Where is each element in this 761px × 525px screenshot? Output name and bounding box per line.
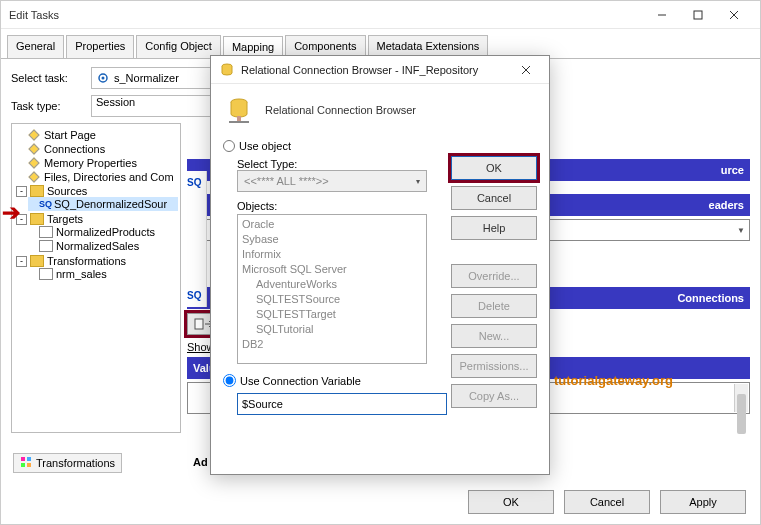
- dialog-close-button[interactable]: [511, 56, 541, 84]
- tree-item-label: Files, Directories and Com: [44, 171, 174, 183]
- tree-item-label: SQ_DenormalizedSour: [54, 198, 167, 210]
- tree-item[interactable]: -SourcesSQSQ_DenormalizedSour: [16, 184, 178, 212]
- main-apply-button[interactable]: Apply: [660, 490, 746, 514]
- objects-list-item[interactable]: DB2: [240, 337, 424, 352]
- dialog-buttons: OK Cancel Help Override... Delete New...…: [451, 156, 537, 408]
- tree-item-label: Start Page: [44, 129, 96, 141]
- tree-item-label: NormalizedProducts: [56, 226, 155, 238]
- select-task-label: Select task:: [11, 72, 91, 84]
- svg-rect-8: [27, 457, 31, 461]
- tab-config-object[interactable]: Config Object: [136, 35, 221, 58]
- tree-item-label: Transformations: [47, 255, 126, 267]
- objects-list-item[interactable]: SQLTESTTarget: [240, 307, 424, 322]
- use-conn-var-label: Use Connection Variable: [240, 375, 361, 387]
- tree-item[interactable]: NormalizedProducts: [28, 225, 178, 239]
- objects-list-item[interactable]: Oracle: [240, 217, 424, 232]
- tree-expander[interactable]: -: [16, 186, 27, 197]
- tree-item[interactable]: Files, Directories and Com: [16, 170, 178, 184]
- dialog-header: Relational Connection Browser: [223, 94, 537, 126]
- tree-bottom-tabs: Transformations: [13, 453, 122, 473]
- dialog-cancel-button[interactable]: Cancel: [451, 186, 537, 210]
- use-conn-var-radio[interactable]: [223, 374, 236, 387]
- objects-list-item[interactable]: SQLTutorial: [240, 322, 424, 337]
- task-type-label: Task type:: [11, 100, 91, 112]
- folder-icon: [30, 255, 44, 267]
- tree-item-label: Memory Properties: [44, 157, 137, 169]
- use-object-label: Use object: [239, 140, 291, 152]
- dialog-new-button[interactable]: New...: [451, 324, 537, 348]
- annotation-arrow-icon: ➔: [2, 200, 20, 226]
- objects-list-item[interactable]: AdventureWorks: [240, 277, 424, 292]
- objects-list-item[interactable]: Sybase: [240, 232, 424, 247]
- use-object-radio-row[interactable]: Use object: [223, 140, 537, 152]
- relational-connection-dialog: Relational Connection Browser - INF_Repo…: [210, 55, 550, 475]
- use-object-radio[interactable]: [223, 140, 235, 152]
- objects-list-item[interactable]: Informix: [240, 247, 424, 262]
- tab-properties[interactable]: Properties: [66, 35, 134, 58]
- tree-item-label: Sources: [47, 185, 87, 197]
- grid-icon: [20, 456, 32, 470]
- tree-item[interactable]: nrm_sales: [28, 267, 178, 281]
- task-type-field: Session: [91, 95, 221, 117]
- main-cancel-button[interactable]: Cancel: [564, 490, 650, 514]
- svg-rect-6: [195, 319, 203, 329]
- dialog-permissions-button[interactable]: Permissions...: [451, 354, 537, 378]
- tree-item[interactable]: Connections: [16, 142, 178, 156]
- tree-item[interactable]: Start Page: [16, 128, 178, 142]
- tree-item-label: nrm_sales: [56, 268, 107, 280]
- sq-icon: SQ: [39, 199, 52, 209]
- dialog-header-text: Relational Connection Browser: [265, 104, 416, 116]
- dialog-override-button[interactable]: Override...: [451, 264, 537, 288]
- objects-list-item[interactable]: Microsoft SQL Server: [240, 262, 424, 277]
- dialog-titlebar: Relational Connection Browser - INF_Repo…: [211, 56, 549, 84]
- tree-item[interactable]: Memory Properties: [16, 156, 178, 170]
- tree-expander[interactable]: -: [16, 256, 27, 267]
- gear-icon: [96, 71, 110, 85]
- dialog-help-button[interactable]: Help: [451, 216, 537, 240]
- sq-strip: SQ SQ: [185, 171, 207, 307]
- tree-item[interactable]: -TargetsNormalizedProductsNormalizedSale…: [16, 212, 178, 254]
- tree-item-label: Targets: [47, 213, 83, 225]
- select-type-combo[interactable]: <<**** ALL ****>> ▾: [237, 170, 427, 192]
- scrollbar[interactable]: [734, 384, 748, 412]
- tree-item[interactable]: NormalizedSales: [28, 239, 178, 253]
- page-icon: [39, 226, 53, 238]
- tree-item[interactable]: -Transformationsnrm_sales: [16, 254, 178, 282]
- minimize-button[interactable]: [644, 1, 680, 29]
- select-task-combo[interactable]: s_Normalizer: [91, 67, 221, 89]
- watermark: tutorialgateway.org: [554, 373, 673, 388]
- diamond-icon: [28, 143, 39, 154]
- diamond-icon: [28, 171, 39, 182]
- mapping-tree-panel: Start PageConnectionsMemory PropertiesFi…: [11, 123, 181, 433]
- tree-item-label: Connections: [44, 143, 105, 155]
- tree-item[interactable]: SQSQ_DenormalizedSour: [28, 197, 178, 211]
- page-icon: [39, 240, 53, 252]
- objects-list-item[interactable]: SQLTESTSource: [240, 292, 424, 307]
- ad-label: Ad: [193, 456, 208, 468]
- close-button[interactable]: [716, 1, 752, 29]
- diamond-icon: [28, 157, 39, 168]
- dialog-delete-button[interactable]: Delete: [451, 294, 537, 318]
- dialog-copyas-button[interactable]: Copy As...: [451, 384, 537, 408]
- mapping-tree[interactable]: Start PageConnectionsMemory PropertiesFi…: [14, 128, 178, 282]
- folder-icon: [30, 185, 44, 197]
- page-icon: [39, 268, 53, 280]
- svg-rect-1: [694, 11, 702, 19]
- conn-var-input[interactable]: $Source: [237, 393, 447, 415]
- tree-item-label: NormalizedSales: [56, 240, 139, 252]
- main-ok-button[interactable]: OK: [468, 490, 554, 514]
- tab-transformations-bottom[interactable]: Transformations: [13, 453, 122, 473]
- svg-point-5: [102, 77, 105, 80]
- maximize-button[interactable]: [680, 1, 716, 29]
- svg-rect-10: [27, 463, 31, 467]
- dialog-ok-button[interactable]: OK: [451, 156, 537, 180]
- diamond-icon: [28, 129, 39, 140]
- chevron-down-icon: ▾: [416, 177, 420, 186]
- select-task-value: s_Normalizer: [114, 72, 179, 84]
- tab-general[interactable]: General: [7, 35, 64, 58]
- svg-rect-7: [21, 457, 25, 461]
- objects-listbox[interactable]: OracleSybaseInformixMicrosoft SQL Server…: [237, 214, 427, 364]
- folder-icon: [30, 213, 44, 225]
- main-titlebar: Edit Tasks: [1, 1, 760, 29]
- svg-rect-9: [21, 463, 25, 467]
